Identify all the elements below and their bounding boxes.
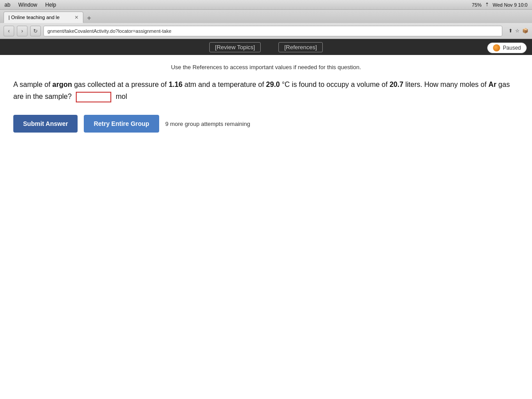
url-bar[interactable]: gnment/takeCovalentActivity.do?locator=a… <box>43 26 502 36</box>
browser-status-icons: ⬆ ☆ 📦 <box>509 28 528 34</box>
page-content: Use the References to access important v… <box>0 55 532 141</box>
references-link[interactable]: [References] <box>278 42 323 52</box>
address-bar-row: ‹ › ↻ gnment/takeCovalentActivity.do?loc… <box>0 23 532 39</box>
os-menubar: ab Window Help 75% ⇡ Wed Nov 9 10:0 <box>0 0 532 10</box>
extensions-icon[interactable]: 📦 <box>522 28 528 34</box>
battery-indicator: 75% <box>472 2 481 8</box>
tab-close-button[interactable]: ✕ <box>74 15 78 20</box>
os-menu-help[interactable]: Help <box>45 2 56 8</box>
wifi-icon: ⇡ <box>485 2 489 8</box>
os-menu-window[interactable]: Window <box>18 2 37 8</box>
share-icon[interactable]: ⬆ <box>509 28 512 34</box>
paused-icon <box>493 44 500 51</box>
forward-button[interactable]: › <box>17 26 27 36</box>
paused-badge: Paused <box>487 43 527 53</box>
submit-answer-button[interactable]: Submit Answer <box>13 115 78 133</box>
browser-tab-active[interactable]: | Online teaching and le ✕ <box>4 12 83 23</box>
os-status-area: 75% ⇡ Wed Nov 9 10:0 <box>472 2 528 8</box>
review-topics-link[interactable]: [Review Topics] <box>209 42 261 52</box>
buttons-row: Submit Answer Retry Entire Group 9 more … <box>13 115 519 133</box>
answer-input[interactable] <box>76 92 111 102</box>
attempts-remaining-label: 9 more group attempts remaining <box>165 121 250 127</box>
unit-label: mol <box>116 93 127 100</box>
paused-label: Paused <box>503 45 521 51</box>
os-menu-ab[interactable]: ab <box>4 2 10 8</box>
os-menu-items: ab Window Help <box>4 2 56 8</box>
question-instruction: Use the References to access important v… <box>13 64 519 70</box>
browser-window: | Online teaching and le ✕ + ‹ › ↻ gnmen… <box>0 10 532 399</box>
back-button[interactable]: ‹ <box>4 26 14 36</box>
reload-button[interactable]: ↻ <box>30 26 41 36</box>
url-text: gnment/takeCovalentActivity.do?locator=a… <box>47 28 172 34</box>
clock-display: Wed Nov 9 10:0 <box>493 2 528 8</box>
tab-bar: | Online teaching and le ✕ + <box>0 10 532 23</box>
retry-entire-group-button[interactable]: Retry Entire Group <box>84 115 159 133</box>
tab-label: | Online teaching and le <box>8 15 59 20</box>
bookmark-icon[interactable]: ☆ <box>515 28 520 34</box>
page-header-bar: [Review Topics] [References] <box>0 39 532 55</box>
question-body: A sample of argon gas collected at a pre… <box>13 78 519 102</box>
browser-content: [Review Topics] [References] Paused Use … <box>0 39 532 399</box>
new-tab-button[interactable]: + <box>84 13 94 23</box>
